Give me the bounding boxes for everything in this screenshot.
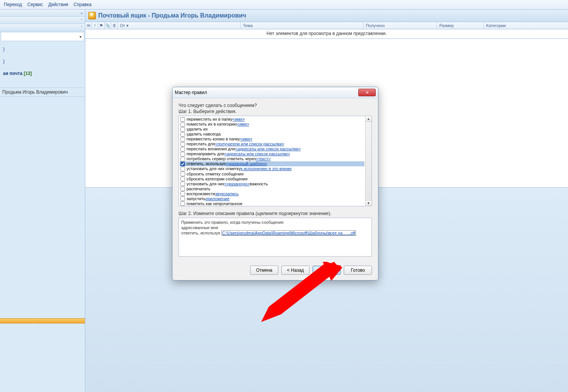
action-checkbox[interactable] [180,186,185,191]
action-row[interactable]: установить для них <указанную> важность [180,182,364,186]
action-row[interactable]: пометить как непрочитанное [180,201,364,206]
col-received[interactable]: Получено [364,22,437,29]
action-link[interactable]: приложение [206,196,230,201]
col-categories[interactable]: Категории [484,22,568,29]
action-link[interactable]: <имя> [237,122,249,127]
action-label: поместить их в категорию [187,122,237,127]
action-row[interactable]: переместить их в папку <имя> [180,117,364,122]
action-row[interactable]: поместить их в категорию <имя> [180,122,364,127]
action-row[interactable]: переместить копию в папку <имя> [180,137,364,142]
action-checkbox[interactable] [180,167,185,171]
action-link[interactable]: к исполнению в это время [241,166,291,171]
action-checkbox[interactable] [180,127,185,132]
menu-service[interactable]: Сервис [27,2,43,7]
nav-resizer[interactable]: . . . . . [0,318,85,323]
actions-list[interactable]: переместить их в папку <имя>поместить их… [179,116,365,206]
action-checkbox[interactable] [180,191,185,196]
back-button[interactable]: < Назад [281,266,310,275]
action-checkbox[interactable] [180,172,185,176]
action-row[interactable]: перенаправить для <адресаты или список р… [180,151,364,156]
action-checkbox[interactable] [180,152,185,156]
action-checkbox[interactable] [180,117,185,122]
menu-help[interactable]: Справка [73,2,91,7]
menubar[interactable]: Переход Сервис Действия Справка [0,0,568,10]
col-attachment-icon[interactable]: 📎 [105,22,111,29]
next-button[interactable]: Далее > [313,266,341,275]
action-label: ответить, используя [187,161,225,166]
action-checkbox[interactable] [180,147,185,151]
action-row[interactable]: ответить, используя <указанный шаблон> [180,161,364,166]
cancel-button[interactable]: Отмена [250,266,278,275]
action-checkbox[interactable] [180,122,185,127]
action-checkbox[interactable] [180,162,185,166]
step2-label: Шаг 2. Измените описание правила (щелкни… [179,211,372,216]
action-label: пометить как непрочитанное [187,201,243,206]
action-checkbox[interactable] [180,196,185,201]
rule-description-box[interactable]: Применить это правило, когда получены со… [179,218,372,257]
col-subject[interactable]: Тема [241,22,364,29]
action-row[interactable]: переслать для <получатели или список рас… [180,142,364,147]
action-link[interactable]: <текст> [256,156,271,161]
col-importance-icon[interactable]: ! [92,22,98,29]
action-row[interactable]: установить для них отметку к исполнению … [180,166,364,171]
action-row[interactable]: удалить их [180,127,364,132]
nav-chevron-2[interactable]: ˅ [0,24,85,31]
action-label: переместить их в папку [187,117,233,122]
action-row[interactable]: сбросить отметку сообщения [180,172,364,177]
action-checkbox[interactable] [180,182,185,186]
action-link[interactable]: звукозапись [215,191,239,196]
template-path-link[interactable]: C:\Users\prodma\AppData\Roaming\Microsof… [221,230,356,236]
nav-dropdown[interactable]: ▾ [1,32,84,41]
close-button[interactable]: ✕ [358,89,376,96]
nav-item-1[interactable]: ) [2,46,83,53]
finish-button[interactable]: Готово [344,266,372,275]
action-row[interactable]: распечатать [180,186,364,191]
action-row[interactable]: переслать вложения для <адресаты или спи… [180,147,364,151]
actions-scrollbar[interactable]: ▲ ▼ [365,116,372,206]
dialog-question: Что следует сделать с сообщением? [179,103,372,108]
col-from[interactable]: От ▾ [118,22,241,29]
action-checkbox[interactable] [180,132,185,137]
action-row[interactable]: сбросить категории сообщения [180,177,364,182]
action-row[interactable]: воспроизвести звукозапись [180,191,364,196]
action-row[interactable]: удалить навсегда [180,132,364,137]
action-link[interactable]: <имя> [233,117,245,122]
action-checkbox[interactable] [180,157,185,161]
action-row[interactable]: запустить приложение [180,196,364,201]
action-link[interactable]: <указанный шаблон> [225,161,267,166]
action-checkbox[interactable] [180,201,185,206]
nav-item-inbox[interactable]: ая почта [13] [2,70,83,77]
action-row[interactable]: потребовать сервер ответить через <текст… [180,156,364,161]
action-checkbox[interactable] [180,137,185,142]
nav-mailbox[interactable]: Продьма Игорь Владимирович [0,88,85,97]
dialog-titlebar[interactable]: Мастер правил ✕ [172,87,378,98]
menu-goto[interactable]: Переход [4,2,22,7]
nav-collapse[interactable]: « [0,10,85,17]
dialog-title: Мастер правил [175,90,358,95]
col-size[interactable]: Размер [437,22,484,29]
action-label: переместить копию в папку [187,137,240,142]
nav-item-2[interactable]: ) [2,58,83,65]
action-link[interactable]: <адресаты или список рассылки> [224,151,290,156]
close-icon: ✕ [365,90,369,95]
col-flag-icon[interactable]: ⚑ [98,22,105,29]
nav-item-3[interactable] [2,82,83,84]
message-columns-header[interactable]: ✉ ! ⚑ 📎 🗓 От ▾ Тема Получено Размер Кате… [85,22,568,29]
col-envelope-icon[interactable]: ✉ [85,22,92,29]
action-link[interactable]: <адресаты или список рассылки> [235,147,301,151]
action-link[interactable]: <имя> [240,137,252,142]
col-reminder-icon[interactable]: 🗓 [111,22,118,29]
scroll-up-icon[interactable]: ▲ [365,116,372,122]
folder-title-bar: Почтовый ящик - Продьма Игорь Владимиров… [85,10,568,22]
nav-chevron-1[interactable]: ˅ [0,17,85,24]
action-label: установить для них [187,182,224,186]
action-link[interactable]: <получатели или список рассылки> [215,142,284,147]
action-checkbox[interactable] [180,142,185,147]
scroll-down-icon[interactable]: ▼ [365,200,372,206]
action-link[interactable]: <указанную> [224,182,249,186]
action-label: потребовать сервер ответить через [187,156,256,161]
action-checkbox[interactable] [180,177,185,181]
action-label: установить для них отметку [187,166,241,171]
desc-line-2: адресованные мне [181,225,369,230]
menu-actions[interactable]: Действия [48,2,69,7]
